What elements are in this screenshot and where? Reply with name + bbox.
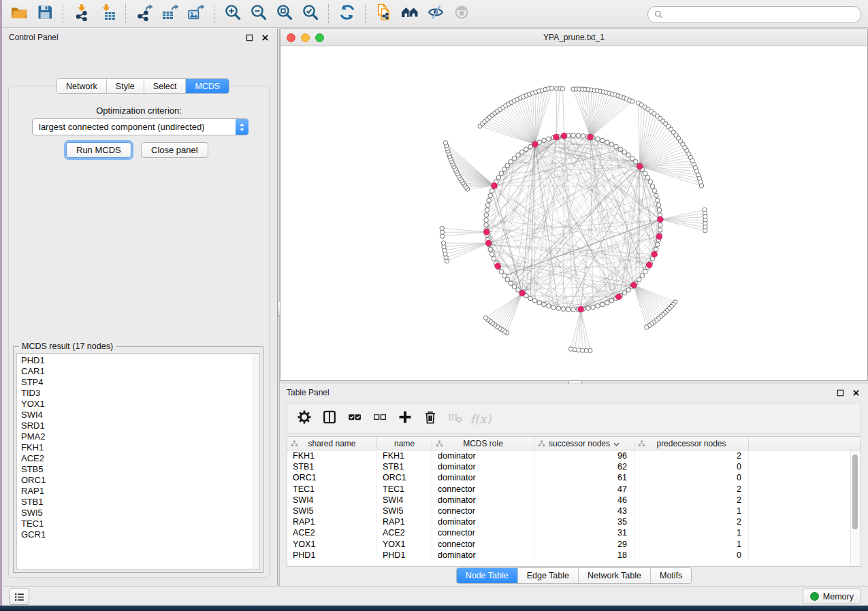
add-column-button[interactable]: [395, 408, 415, 429]
column-header-name[interactable]: name: [377, 437, 432, 450]
tab-select[interactable]: Select: [144, 79, 187, 93]
cell-successor-nodes: 31: [534, 527, 634, 538]
close-panel-button[interactable]: Close panel: [141, 142, 208, 158]
split-columns-button[interactable]: [319, 408, 340, 429]
tab-network-table[interactable]: Network Table: [579, 568, 651, 583]
open-file-button[interactable]: [6, 2, 32, 25]
zoom-in-button[interactable]: [220, 2, 246, 25]
mcds-result-item[interactable]: SWI5: [21, 508, 252, 518]
table-scrollbar[interactable]: [850, 450, 860, 565]
export-table-button[interactable]: [157, 2, 183, 25]
mcds-result-item[interactable]: PMA2: [21, 431, 252, 442]
mcds-result-scrollbar[interactable]: [252, 353, 260, 569]
zoom-selected-button[interactable]: [298, 2, 323, 25]
import-network-button[interactable]: [69, 2, 95, 25]
table-row[interactable]: SWI5SWI5connector431: [287, 506, 861, 516]
float-table-panel-button[interactable]: [835, 387, 846, 398]
table-row[interactable]: FKH1FKH1dominator962: [287, 450, 861, 461]
cell-mcds-role: dominator: [432, 472, 534, 483]
network-window-titlebar: YPA_prune.txt_1: [280, 29, 867, 46]
mcds-result-item[interactable]: TID3: [21, 388, 252, 399]
cell-shared-name: SWI4: [287, 495, 377, 506]
cell-successor-nodes: 47: [534, 484, 634, 495]
table-settings-button[interactable]: [294, 408, 315, 429]
cell-shared-name: TEC1: [287, 484, 377, 495]
optimization-criterion-select[interactable]: largest connected component (undirected): [32, 118, 248, 135]
tab-mcds[interactable]: MCDS: [186, 79, 229, 93]
cell-name: STB1: [377, 461, 432, 472]
mcds-result-item[interactable]: STB5: [21, 464, 252, 475]
cell-predecessor-nodes: 1: [634, 506, 749, 516]
task-history-button[interactable]: [10, 589, 29, 605]
mcds-result-item[interactable]: STP4: [21, 377, 252, 388]
cell-successor-nodes: 29: [534, 539, 634, 550]
table-row[interactable]: YOX1YOX1connector291: [287, 539, 861, 550]
close-table-panel-button[interactable]: [850, 387, 861, 398]
save-session-button[interactable]: [32, 2, 58, 25]
mcds-result-item[interactable]: RAP1: [21, 486, 252, 497]
mcds-result-groupbox: MCDS result (17 nodes) PHD1CAR1STP4TID3Y…: [13, 346, 263, 573]
mcds-result-item[interactable]: STB1: [21, 497, 252, 508]
column-header-shared-name[interactable]: shared name: [287, 437, 377, 450]
table-scrollbar-thumb[interactable]: [852, 455, 858, 529]
export-image-button[interactable]: [183, 2, 209, 25]
refresh-view-button[interactable]: [334, 2, 360, 25]
zoom-out-button[interactable]: [246, 2, 272, 25]
table-row[interactable]: ACE2ACE2connector311: [287, 527, 861, 538]
deselect-all-rows-button[interactable]: [370, 408, 390, 429]
close-control-panel-button[interactable]: [259, 32, 270, 43]
import-table-button[interactable]: [95, 2, 120, 25]
tab-edge-table[interactable]: Edge Table: [518, 568, 579, 583]
table-row[interactable]: PHD1PHD1dominator180: [287, 550, 861, 561]
save-session-icon: [36, 3, 54, 24]
mcds-result-item[interactable]: GCR1: [21, 529, 252, 540]
export-network-button[interactable]: [131, 2, 157, 25]
select-all-rows-button[interactable]: [344, 408, 365, 429]
mcds-result-item[interactable]: FKH1: [21, 442, 252, 453]
table-settings-icon: [297, 410, 312, 427]
hide-graphics-details-button[interactable]: [423, 2, 449, 25]
search-input[interactable]: [667, 10, 854, 20]
tab-network[interactable]: Network: [57, 79, 107, 93]
mcds-result-item[interactable]: CAR1: [21, 366, 252, 377]
table-row[interactable]: RAP1RAP1dominator352: [287, 516, 861, 527]
network-home-button[interactable]: [397, 2, 423, 25]
control-panel: Control Panel NetworkStyleSelectMCDS Opt…: [2, 29, 277, 587]
column-header-successor-nodes[interactable]: successor nodes: [534, 437, 634, 450]
cell-mcds-role: dominator: [432, 550, 534, 561]
network-canvas[interactable]: [280, 46, 868, 380]
new-network-from-selection-button[interactable]: [371, 2, 397, 25]
cell-successor-nodes: 43: [534, 506, 634, 516]
mcds-result-item[interactable]: TEC1: [21, 518, 252, 529]
float-control-panel-button[interactable]: [244, 32, 255, 43]
mcds-result-item[interactable]: SRD1: [21, 420, 252, 431]
zoom-fit-button[interactable]: [272, 2, 298, 25]
new-network-from-selection-icon: [375, 3, 393, 24]
mcds-result-item[interactable]: YOX1: [21, 399, 252, 410]
mcds-result-item[interactable]: ACE2: [21, 453, 252, 464]
delete-column-button[interactable]: [420, 408, 440, 429]
table-row[interactable]: TEC1TEC1connector472: [287, 484, 861, 495]
tab-node-table[interactable]: Node Table: [457, 568, 518, 583]
table-row[interactable]: STB1STB1dominator620: [287, 461, 861, 472]
mcds-result-item[interactable]: SWI4: [21, 410, 252, 420]
memory-button[interactable]: Memory: [803, 589, 861, 604]
optimization-criterion-label: Optimization criterion:: [9, 105, 269, 116]
cell-name: TEC1: [377, 484, 432, 495]
cell-mcds-role: dominator: [432, 461, 534, 472]
column-header-predecessor-nodes[interactable]: predecessor nodes: [634, 437, 749, 450]
tab-style[interactable]: Style: [107, 79, 144, 93]
mcds-result-item[interactable]: ORC1: [21, 475, 252, 486]
column-header-mcds-role[interactable]: MCDS role: [432, 437, 534, 450]
function-builder-button: f(x): [470, 408, 491, 429]
tab-motifs[interactable]: Motifs: [651, 568, 691, 583]
table-row[interactable]: SWI4SWI4dominator462: [287, 495, 861, 506]
cell-shared-name: PHD1: [287, 550, 377, 561]
sort-desc-icon: [613, 439, 620, 448]
cell-shared-name: YOX1: [287, 539, 377, 550]
table-row[interactable]: ORC1ORC1dominator610: [287, 472, 861, 483]
table-tabs-bar: Node TableEdge TableNetwork TableMotifs: [280, 567, 868, 582]
mcds-result-item[interactable]: PHD1: [21, 355, 252, 366]
run-mcds-button[interactable]: Run MCDS: [66, 142, 131, 158]
refresh-view-icon: [338, 3, 356, 24]
